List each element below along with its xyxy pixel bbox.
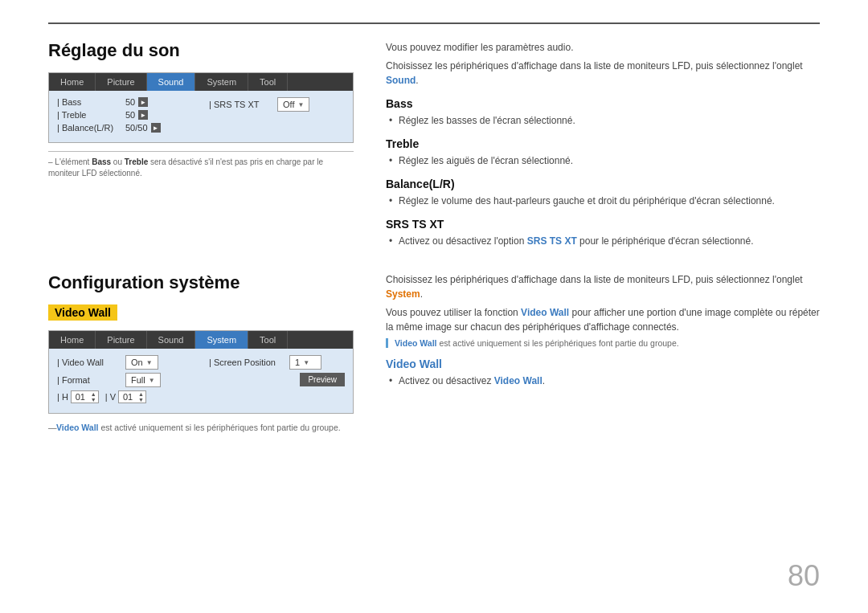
config-section: Configuration système Video Wall Home Pi… <box>48 272 820 434</box>
bullet-balance: Réglez le volume des haut-parleurs gauch… <box>386 194 820 208</box>
videowall-note2: Video Wall est activé uniquement si les … <box>395 338 820 348</box>
bass-bold: Bass <box>92 157 111 166</box>
screenpos-dropdown[interactable]: 1 ▼ <box>289 355 321 370</box>
bass-row: | Bass 50 ► <box>57 97 193 107</box>
format-row: | Format Full ▼ <box>57 373 193 387</box>
sound-panel-body: | Bass 50 ► | Treble 50 <box>49 91 353 142</box>
videowall-dropdown[interactable]: On ▼ <box>125 355 158 370</box>
v-label: | V <box>105 392 116 402</box>
videowall-link1: Video Wall <box>521 307 569 318</box>
v-stepper[interactable]: 01 ▲ ▼ <box>118 390 146 403</box>
videowall-bullet-link: Video Wall <box>494 375 542 386</box>
treble-arrow[interactable]: ► <box>138 110 148 120</box>
bass-arrow[interactable]: ► <box>138 97 148 107</box>
bullet-bass: Réglez les basses de l'écran sélectionné… <box>386 113 820 128</box>
balance-arrow[interactable]: ► <box>151 123 161 133</box>
srs-link: SRS TS XT <box>527 235 577 247</box>
srs-dropdown-arrow: ▼ <box>297 101 304 108</box>
balance-num: 50/50 <box>125 123 148 133</box>
h-val: 01 <box>72 391 89 403</box>
tab-sound[interactable]: Sound <box>147 73 196 91</box>
tab-tool[interactable]: Tool <box>248 73 288 91</box>
intro2-bottom: Vous pouvez utiliser la fonction Video W… <box>386 305 820 334</box>
hv-row: | H 01 ▲ ▼ | V <box>57 390 193 403</box>
heading-balance: Balance(L/R) <box>386 178 820 190</box>
video-wall-badge: Video Wall <box>48 304 117 321</box>
left-column-bottom: Configuration système Video Wall Home Pi… <box>48 272 354 434</box>
bullet-videowall: Activez ou désactivez Video Wall. <box>386 374 820 388</box>
system-panel-body: | Video Wall On ▼ | Format <box>49 349 353 413</box>
tab-home[interactable]: Home <box>49 73 96 91</box>
srs-row: | SRS TS XT Off ▼ <box>209 97 345 112</box>
videowall-note-link: Video Wall <box>56 423 99 432</box>
right-column-bottom: Choisissez les périphériques d'affichage… <box>386 272 820 434</box>
srs-label: | SRS TS XT <box>209 100 277 109</box>
treble-label: | Treble <box>57 110 125 120</box>
h-down[interactable]: ▼ <box>89 397 98 403</box>
h-label: | H <box>57 392 68 402</box>
format-arr: ▼ <box>149 377 155 384</box>
panel-tabs-bottom: Home Picture Sound System Tool <box>49 331 353 349</box>
intro1-bottom: Choisissez les périphériques d'affichage… <box>386 272 820 301</box>
section-title-bottom: Configuration système <box>48 272 354 293</box>
format-val: Full <box>131 375 145 385</box>
v-arrows: ▲ ▼ <box>137 391 145 403</box>
system-link: System <box>386 288 420 300</box>
intro2-top: Choisissez les périphériques d'affichage… <box>386 59 820 88</box>
preview-row: Preview <box>209 373 345 386</box>
videowall-row: | Video Wall On ▼ <box>57 355 193 370</box>
v-up[interactable]: ▲ <box>137 391 145 397</box>
balance-label: | Balance(L/R) <box>57 123 125 133</box>
screenpos-val: 1 <box>295 358 300 367</box>
videowall-label: | Video Wall <box>57 358 125 367</box>
top-line <box>48 22 820 24</box>
tab2-picture[interactable]: Picture <box>96 331 146 349</box>
srs-dropdown-val: Off <box>283 100 294 109</box>
config-wrapper: Configuration système Video Wall Home Pi… <box>48 272 820 434</box>
sound-link: Sound <box>386 75 416 86</box>
treble-bold: Treble <box>125 157 148 166</box>
intro1-top: Vous pouvez modifier les paramètres audi… <box>386 40 820 55</box>
v-val: 01 <box>119 391 137 403</box>
page-number: 80 <box>788 559 820 593</box>
sound-note: – L'élément Bass ou Treble sera désactiv… <box>48 151 354 179</box>
treble-value: 50 ► <box>125 110 148 120</box>
h-stepper[interactable]: 01 ▲ ▼ <box>71 390 99 403</box>
screenpos-arr: ▼ <box>303 359 309 366</box>
page-container: Réglage du son Home Picture Sound System… <box>0 0 868 613</box>
tab2-system[interactable]: System <box>195 331 248 349</box>
tab2-tool[interactable]: Tool <box>248 331 288 349</box>
videowall-arr: ▼ <box>146 359 153 366</box>
screenpos-label: | Screen Position <box>209 358 289 367</box>
h-arrows: ▲ ▼ <box>89 391 98 403</box>
screenpos-row: | Screen Position 1 ▼ <box>209 355 345 370</box>
balance-value: 50/50 ► <box>125 123 161 133</box>
panel-tabs-top: Home Picture Sound System Tool <box>49 73 353 91</box>
bass-value: 50 ► <box>125 97 148 107</box>
left-column-top: Réglage du son Home Picture Sound System… <box>48 40 354 250</box>
tab2-sound[interactable]: Sound <box>147 331 196 349</box>
tab-picture[interactable]: Picture <box>96 73 146 91</box>
bullet-srs: Activez ou désactivez l'option SRS TS XT… <box>386 234 820 248</box>
balance-row: | Balance(L/R) 50/50 ► <box>57 123 193 133</box>
section-title-top: Réglage du son <box>48 40 354 61</box>
heading-treble: Treble <box>386 137 820 150</box>
format-dropdown[interactable]: Full ▼ <box>125 373 161 387</box>
bass-num: 50 <box>125 97 135 107</box>
preview-button[interactable]: Preview <box>300 373 345 386</box>
tab-system[interactable]: System <box>195 73 248 91</box>
system-panel: Home Picture Sound System Tool | Video W… <box>48 330 354 414</box>
v-down[interactable]: ▼ <box>137 397 145 403</box>
bullet-treble: Réglez les aiguës de l'écran sélectionné… <box>386 153 820 168</box>
tab2-home[interactable]: Home <box>49 331 96 349</box>
srs-dropdown[interactable]: Off ▼ <box>277 97 309 112</box>
videowall-val: On <box>131 358 143 367</box>
heading-bass: Bass <box>386 97 820 110</box>
h-up[interactable]: ▲ <box>89 391 98 397</box>
format-label: | Format <box>57 375 125 385</box>
bass-label: | Bass <box>57 97 125 107</box>
sound-panel: Home Picture Sound System Tool | Bass <box>48 72 354 143</box>
right-column-top: Vous pouvez modifier les paramètres audi… <box>386 40 820 250</box>
treble-row: | Treble 50 ► <box>57 110 193 120</box>
heading-srs: SRS TS XT <box>386 218 820 231</box>
